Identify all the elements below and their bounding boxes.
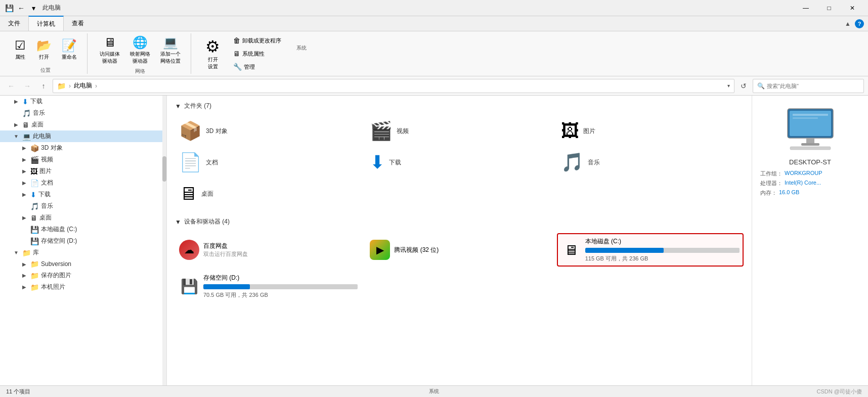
- sidebar-item-savedpics[interactable]: ▶ 📁 保存的图片: [0, 270, 166, 281]
- sidebar-item-subversion[interactable]: ▶ 📁 Subversion: [0, 258, 166, 270]
- svg-rect-2: [806, 138, 814, 143]
- titlebar-quick-access: 💾 ← ▾: [4, 3, 38, 13]
- pictures-icon: 🖼: [30, 167, 37, 175]
- rename-button[interactable]: 📝 重命名: [58, 36, 81, 63]
- ribbon-group-system: ⚙ 打开设置 🗑 卸载或更改程序 🖥 系统属性 🔧 管理 系统: [193, 33, 294, 74]
- sidebar-item-videos[interactable]: ▶ 🎬 视频: [0, 154, 166, 165]
- tab-computer[interactable]: 计算机: [28, 16, 64, 31]
- videos-icon: 🎬: [30, 156, 39, 164]
- sidebar-item-3dobjects[interactable]: ▶ 📦 3D 对象: [0, 142, 166, 154]
- folders-grid: 📦 3D 对象 🎬 视频 🖼 图片 📄 文档 ⬇ 下载: [175, 117, 744, 207]
- device-ddrive[interactable]: 💾 存储空间 (D:) 70.5 GB 可用，共 236 GB: [175, 271, 362, 302]
- folder-download[interactable]: ⬇ 下载: [366, 149, 552, 176]
- sidebar-item-cdrive[interactable]: 💾 本地磁盘 (C:): [0, 224, 166, 235]
- devices-section-label: 设备和驱动器 (4): [184, 217, 230, 226]
- uninstall-button[interactable]: 🗑 卸载或更改程序: [230, 35, 284, 46]
- ddrive-icon: 💾: [30, 237, 39, 245]
- svg-rect-4: [790, 147, 831, 150]
- tab-file[interactable]: 文件: [0, 16, 28, 31]
- sidebar-item-documents[interactable]: ▶ 📄 文档: [0, 177, 166, 189]
- tab-view[interactable]: 查看: [64, 16, 92, 31]
- properties-button[interactable]: ☑ 属性: [10, 36, 30, 63]
- sidebar-item-thispc[interactable]: ▼ 💻 此电脑: [0, 130, 166, 142]
- folder-3d[interactable]: 📦 3D 对象: [175, 117, 362, 145]
- dropdown-icon[interactable]: ▾: [28, 3, 38, 13]
- search-input[interactable]: [767, 83, 859, 89]
- up-button[interactable]: ↑: [36, 79, 51, 93]
- folder-download-icon: ⬇: [370, 152, 385, 173]
- back-quick-icon[interactable]: ←: [16, 3, 26, 13]
- folder-desktop[interactable]: 🖥 桌面: [175, 180, 362, 207]
- status-count: 11 个项目: [6, 388, 30, 395]
- network-buttons: 🖥 访问媒体驱动器 🌐 映射网络驱动器 💻 添加一个网络位置: [96, 33, 185, 67]
- subversion-label: Subversion: [41, 260, 71, 268]
- save-icon[interactable]: 💾: [4, 3, 14, 13]
- spec-cpu: 处理器： Intel(R) Core...: [760, 180, 860, 187]
- folders-expand-icon: ▼: [175, 103, 181, 110]
- device-baidu[interactable]: ☁ 百度网盘 双击运行百度网盘: [175, 233, 362, 267]
- sysinfo-button[interactable]: 🖥 系统属性: [230, 49, 284, 59]
- folder-picture-icon: 🖼: [561, 120, 579, 142]
- camera-icon: 📁: [30, 283, 39, 291]
- folders-section-header[interactable]: ▼ 文件夹 (7): [175, 100, 744, 112]
- sidebar-item-music[interactable]: 🎵 音乐: [0, 107, 166, 119]
- svg-rect-5: [793, 114, 828, 116]
- uninstall-icon: 🗑: [233, 36, 240, 45]
- sidebar-item-desktop[interactable]: ▶ 🖥 桌面: [0, 119, 166, 130]
- manage-label: 管理: [244, 63, 255, 71]
- address-separator: ›: [69, 82, 71, 90]
- ribbon-tabs: 文件 计算机 查看 ▲ ?: [0, 16, 868, 31]
- back-button[interactable]: ←: [4, 79, 18, 93]
- ribbon-collapse-icon[interactable]: ▲: [845, 20, 851, 27]
- folder-doc-label: 文档: [206, 158, 218, 167]
- sidebar-item-downloads2[interactable]: ▶ ⬇ 下载: [0, 189, 166, 200]
- tencent-name: 腾讯视频 (32 位): [394, 246, 439, 254]
- cdrive-progress-fill: [585, 248, 664, 253]
- folder-video[interactable]: 🎬 视频: [366, 117, 552, 145]
- maximize-button[interactable]: □: [817, 0, 841, 16]
- media-button[interactable]: 🖥 访问媒体驱动器: [96, 33, 124, 67]
- thispc-icon: 💻: [22, 133, 31, 141]
- minimize-button[interactable]: —: [794, 0, 817, 16]
- expand-videos-icon: ▶: [20, 157, 28, 162]
- device-tencent[interactable]: ▶ 腾讯视频 (32 位): [366, 233, 552, 267]
- cdrive-icon: 💾: [30, 226, 39, 234]
- documents-label: 文档: [41, 179, 53, 187]
- address-chevron-icon[interactable]: ▾: [727, 83, 730, 89]
- sidebar-scrollbar-thumb[interactable]: [162, 156, 166, 182]
- baidu-icon: ☁: [179, 240, 199, 260]
- device-cdrive[interactable]: 🖥 本地磁盘 (C:) 115 GB 可用，共 236 GB: [557, 233, 744, 267]
- sidebar-scrollbar-track[interactable]: [162, 96, 166, 385]
- open-settings-button[interactable]: ⚙ 打开设置: [199, 35, 226, 72]
- savedpics-label: 保存的图片: [41, 271, 71, 280]
- library-icon: 📁: [22, 249, 31, 257]
- downloads-label: 下载: [30, 97, 42, 106]
- address-bar[interactable]: 📁 › 此电脑 › ▾: [53, 79, 734, 93]
- music2-label: 音乐: [41, 202, 53, 210]
- sidebar-item-ddrive[interactable]: 💾 存储空间 (D:): [0, 235, 166, 247]
- cdrive-device-icon: 🖥: [561, 240, 581, 260]
- help-icon[interactable]: ?: [855, 19, 864, 28]
- expand-camera-icon: ▶: [20, 284, 28, 290]
- folder-picture[interactable]: 🖼 图片: [557, 117, 744, 145]
- position-group-label: 位置: [40, 66, 51, 74]
- sidebar-item-pictures[interactable]: ▶ 🖼 图片: [0, 165, 166, 177]
- sidebar-item-desktop2[interactable]: ▶ 🖥 桌面: [0, 212, 166, 224]
- main-layout: ▶ ⬇ 下载 🎵 音乐 ▶ 🖥 桌面 ▼ 💻 此电脑 ▶ 📦 3D 对象 ▶ 🎬: [0, 96, 868, 385]
- manage-button[interactable]: 🔧 管理: [230, 62, 284, 72]
- devices-section-header[interactable]: ▼ 设备和驱动器 (4): [175, 215, 744, 228]
- open-button[interactable]: 📂 打开: [32, 36, 56, 63]
- folder-music[interactable]: 🎵 音乐: [557, 149, 744, 176]
- sidebar-item-downloads[interactable]: ▶ ⬇ 下载: [0, 96, 166, 107]
- search-bar[interactable]: 🔍: [753, 79, 864, 93]
- sidebar-item-library[interactable]: ▼ 📁 库: [0, 247, 166, 258]
- sidebar-item-music2[interactable]: 🎵 音乐: [0, 200, 166, 212]
- address-separator2: ›: [95, 82, 97, 90]
- forward-button[interactable]: →: [20, 79, 34, 93]
- add-network-button[interactable]: 💻 添加一个网络位置: [156, 33, 185, 67]
- close-button[interactable]: ✕: [841, 0, 864, 16]
- folder-doc[interactable]: 📄 文档: [175, 149, 362, 176]
- map-button[interactable]: 🌐 映射网络驱动器: [126, 33, 154, 67]
- sidebar-item-camera[interactable]: ▶ 📁 本机照片: [0, 281, 166, 293]
- refresh-button[interactable]: ↺: [736, 79, 751, 93]
